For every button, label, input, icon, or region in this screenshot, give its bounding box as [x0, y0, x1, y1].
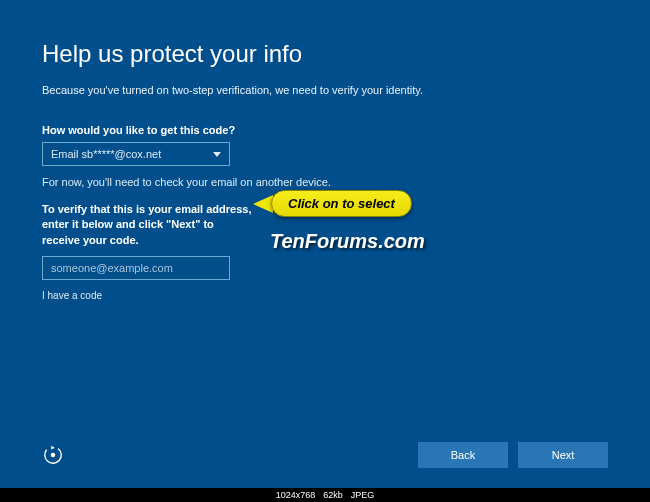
footer-bar: Back Next: [0, 422, 650, 488]
code-method-value: Email sb*****@cox.net: [51, 148, 161, 160]
page-title: Help us protect your info: [42, 40, 608, 68]
code-method-select[interactable]: Email sb*****@cox.net: [42, 142, 230, 166]
callout-text: Click on to select: [271, 190, 412, 217]
svg-point-1: [51, 453, 56, 458]
nav-buttons: Back Next: [418, 442, 608, 468]
accessibility-icon[interactable]: [42, 444, 64, 466]
device-note: For now, you'll need to check your email…: [42, 176, 608, 188]
page-subtitle: Because you've turned on two-step verifi…: [42, 84, 608, 96]
back-button[interactable]: Back: [418, 442, 508, 468]
next-button[interactable]: Next: [518, 442, 608, 468]
meta-filesize: 62kb: [323, 490, 343, 500]
meta-dimensions: 1024x768: [276, 490, 316, 500]
verify-instruction: To verify that this is your email addres…: [42, 202, 252, 248]
tutorial-callout: Click on to select: [253, 190, 412, 217]
watermark-text: TenForums.com: [270, 230, 425, 253]
image-meta-bar: 1024x768 62kb JPEG: [0, 488, 650, 502]
email-placeholder: someone@example.com: [51, 262, 173, 274]
chevron-down-icon: [213, 152, 221, 157]
callout-arrow-icon: [253, 195, 273, 213]
have-code-link[interactable]: I have a code: [42, 290, 608, 301]
code-method-label: How would you like to get this code?: [42, 124, 608, 136]
meta-format: JPEG: [351, 490, 375, 500]
email-field[interactable]: someone@example.com: [42, 256, 230, 280]
oobe-verify-screen: Help us protect your info Because you've…: [0, 0, 650, 488]
